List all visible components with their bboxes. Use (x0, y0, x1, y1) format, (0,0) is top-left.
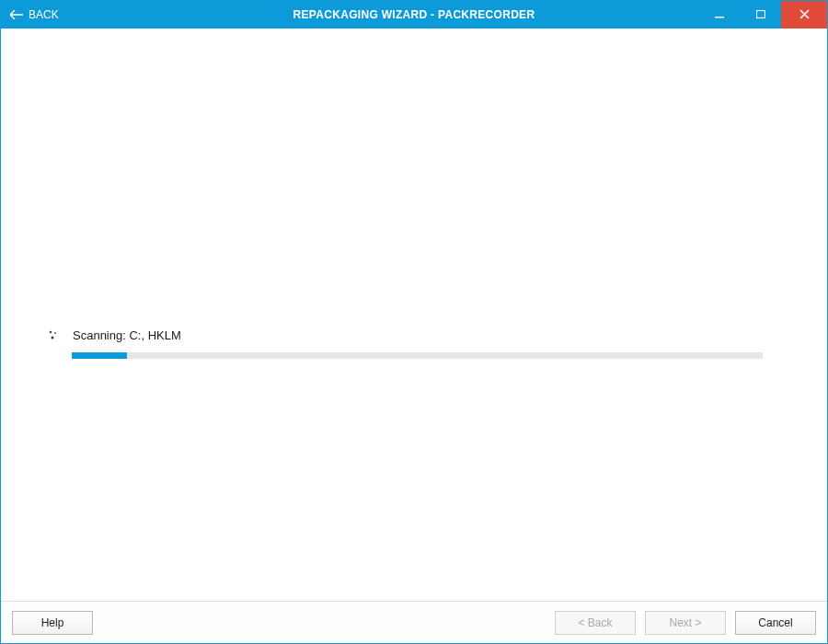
svg-point-3 (54, 331, 56, 333)
svg-point-4 (52, 336, 54, 339)
close-icon (799, 6, 810, 23)
maximize-icon (756, 6, 765, 23)
status-text: Scanning: C:, HKLM (73, 328, 181, 342)
minimize-button[interactable] (698, 1, 740, 29)
wizard-content: Scanning: C:, HKLM (1, 29, 827, 601)
titlebar-back-button[interactable]: BACK (1, 1, 59, 29)
close-button[interactable] (781, 1, 827, 29)
next-button: Next > (645, 611, 726, 635)
status-row: Scanning: C:, HKLM (47, 328, 763, 342)
titlebar: BACK REPACKAGING WIZARD - PACKRECORDER (1, 1, 827, 29)
cancel-button[interactable]: Cancel (735, 611, 816, 635)
minimize-icon (715, 6, 724, 23)
wizard-footer: Help < Back Next > Cancel (1, 601, 827, 643)
back-button: < Back (555, 611, 636, 635)
spinner-icon (47, 329, 60, 342)
maximize-button[interactable] (740, 1, 781, 29)
progress-fill (72, 352, 127, 359)
svg-rect-0 (715, 17, 724, 18)
window-title: REPACKAGING WIZARD - PACKRECORDER (293, 8, 535, 21)
titlebar-back-label: BACK (29, 8, 59, 21)
svg-point-2 (50, 330, 52, 333)
window-controls (698, 1, 827, 29)
progress-bar (72, 352, 763, 359)
help-button[interactable]: Help (12, 611, 93, 635)
svg-rect-1 (756, 11, 765, 18)
window-frame: BACK REPACKAGING WIZARD - PACKRECORDER (0, 0, 828, 644)
back-arrow-icon (10, 8, 23, 21)
